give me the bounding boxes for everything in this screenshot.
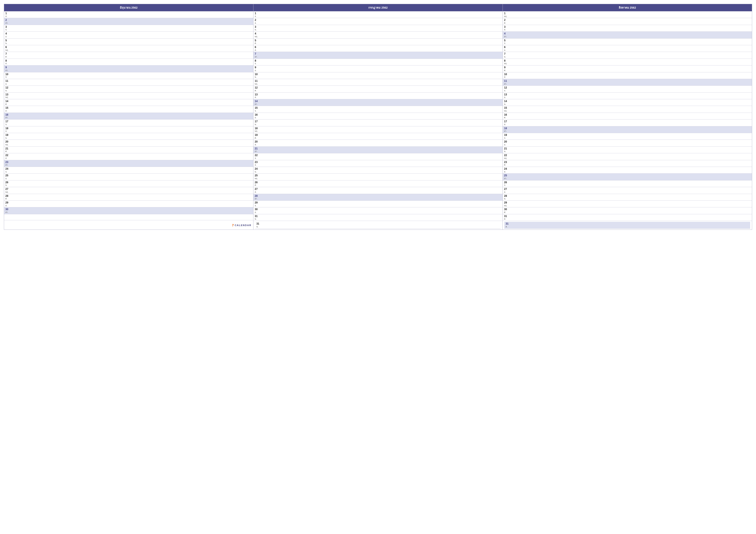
day-row: 21พ. [503, 147, 752, 153]
month-col-august: สิงหาคม 25621พฤ.2ศ.3ส.4อา.5จ.6อ.7พ.8พฤ.9… [503, 4, 752, 221]
day-row: 11อ. [4, 79, 253, 86]
day-number: 19 [255, 134, 501, 137]
day-row: 18อา. [503, 126, 752, 133]
day-row: 5ศ. [254, 38, 502, 45]
day-number: 2 [504, 18, 751, 22]
day-abbr: พ. [5, 137, 252, 139]
calendar-brand-icon: 7 [232, 223, 234, 227]
day-row: 17ส. [503, 119, 752, 126]
day-number: 6 [5, 46, 252, 49]
day-abbr: จ. [255, 110, 501, 112]
day-abbr: อา. [504, 177, 751, 180]
day-number: 6 [255, 46, 501, 49]
day-number: 29 [5, 201, 252, 205]
day-number: 5 [504, 39, 751, 42]
day-number: 11 [5, 79, 252, 83]
day-number: 27 [504, 188, 751, 191]
footer-cell-august: 31ส. [502, 221, 752, 229]
day-abbr: ศ. [504, 69, 751, 72]
day-row-footer-31: 31พ. [255, 222, 501, 228]
day-abbr: อ. [5, 130, 252, 132]
day-abbr: อ. [504, 49, 751, 51]
day-abbr: พฤ. [5, 144, 252, 146]
day-number: 24 [5, 167, 252, 171]
day-row: 23อ. [254, 160, 502, 167]
day-number: 17 [5, 120, 252, 123]
day-abbr: พฤ. [5, 96, 252, 99]
day-number: 20 [255, 140, 501, 144]
day-number: 4 [255, 32, 501, 36]
day-number: 12 [504, 86, 751, 89]
day-row: 2ศ. [503, 18, 752, 25]
month-header-june: มิถุนายน 2562 [4, 4, 253, 12]
day-abbr: พฤ. [255, 36, 501, 38]
day-row-footer-31-aug: 31ส. [504, 222, 750, 228]
day-abbr: ส. [5, 110, 252, 112]
day-number: 4 [504, 32, 751, 36]
day-row: 6พฤ. [4, 45, 253, 52]
day-number: 29 [255, 201, 501, 205]
day-abbr: จ. [504, 89, 751, 92]
day-number: 1 [5, 12, 252, 15]
day-row: 11พฤ. [254, 79, 502, 86]
day-abbr: อา. [5, 22, 252, 24]
day-number: 1 [504, 12, 751, 15]
day-number: 24 [504, 167, 751, 171]
calendar-container: มิถุนายน 25621ส.2อา.3จ.4อ.5พ.6พฤ.7ศ.8ส.9… [0, 0, 756, 534]
day-number: 5 [5, 39, 252, 42]
day-row: 8ส. [4, 59, 253, 65]
day-row: 4พฤ. [254, 32, 502, 38]
day-row: 3จ. [4, 25, 253, 32]
day-row: 17พ. [254, 119, 502, 126]
day-abbr: อ. [5, 83, 252, 85]
day-abbr: จ. [5, 29, 252, 31]
day-abbr: ศ. [5, 150, 252, 153]
day-abbr: ศ. [255, 89, 501, 92]
day-number: 8 [255, 59, 501, 63]
day-row: 13อ. [503, 92, 752, 99]
day-row: 23ศ. [503, 160, 752, 167]
day-row: 5พ. [4, 38, 253, 45]
day-abbr: ศ. [5, 103, 252, 106]
day-row: 12ศ. [254, 86, 502, 92]
day-row: 22จ. [254, 153, 502, 160]
day-abbr: ส. [255, 191, 501, 193]
day-row: 12จ. [503, 86, 752, 92]
day-number: 29 [504, 201, 751, 205]
day-number: 28 [504, 194, 751, 198]
day-abbr: อ. [5, 36, 252, 38]
day-row: 19จ. [503, 133, 752, 140]
day-abbr: พฤ. [504, 205, 751, 207]
day-number: 31 [256, 222, 500, 226]
day-abbr: อา. [5, 211, 252, 214]
day-number: 27 [255, 188, 501, 191]
day-number: 3 [504, 25, 751, 29]
day-row: 30อา. [4, 207, 253, 214]
day-row: 19พ. [4, 133, 253, 140]
day-row: 15ส. [4, 106, 253, 113]
day-abbr: ส. [504, 29, 751, 31]
day-number: 26 [5, 181, 252, 184]
day-row: 16อา. [4, 113, 253, 119]
day-number: 25 [255, 174, 501, 177]
day-number: 3 [5, 25, 252, 29]
day-abbr: อา. [255, 103, 501, 106]
day-number: 7 [5, 52, 252, 56]
footer-cell-july: 31พ. [254, 221, 503, 229]
day-abbr: จ. [255, 205, 501, 207]
day-number: 10 [504, 73, 751, 76]
day-row: 14ศ. [4, 99, 253, 106]
day-row: 24จ. [4, 167, 253, 173]
day-abbr: อา. [255, 198, 501, 200]
day-abbr: ศ. [504, 211, 751, 214]
day-row: 17จ. [4, 119, 253, 126]
day-abbr: ส. [5, 205, 252, 207]
day-number: 4 [5, 32, 252, 36]
day-number: 14 [255, 100, 501, 103]
day-row: 14พ. [503, 99, 752, 106]
day-number: 16 [504, 113, 751, 117]
day-number: 22 [5, 154, 252, 157]
day-number: 25 [5, 174, 252, 177]
day-abbr: อ. [255, 22, 501, 24]
day-abbr: ส. [255, 144, 501, 146]
